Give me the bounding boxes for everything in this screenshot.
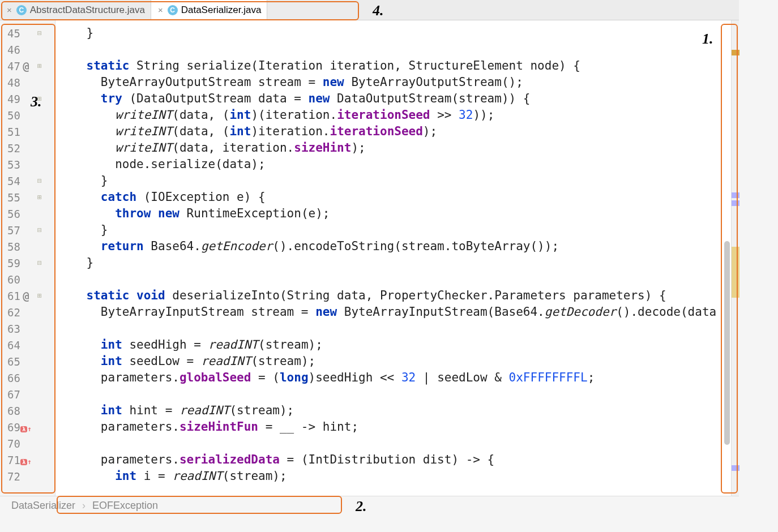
breadcrumb-bar: DataSerializer › EOFException [0, 496, 739, 515]
gutter-annotation-icon[interactable]: λ↑ [20, 454, 32, 466]
tab-label: DataSerializer.java [181, 5, 262, 16]
class-icon: C [168, 5, 178, 15]
error-stripe[interactable] [731, 20, 739, 496]
code-line[interactable]: parameters.sizeHintFun = __ -> hint; [58, 419, 731, 435]
line-number: 65 [3, 355, 20, 368]
code-line[interactable]: static String serialize(Iteration iterat… [58, 58, 731, 74]
code-line[interactable]: int hint = readINT(stream); [58, 402, 731, 419]
line-number: 71 [3, 454, 20, 466]
gutter-line[interactable]: 49⊞ [0, 91, 55, 107]
gutter-line[interactable]: 60 [0, 271, 55, 288]
breadcrumb-item[interactable]: EOFException [92, 500, 158, 512]
tab-label: AbstractDataStructure.java [30, 5, 145, 16]
gutter-annotation-icon[interactable]: λ↑ [20, 421, 32, 434]
code-line[interactable]: } [58, 173, 731, 189]
gutter-line[interactable]: 62 [0, 304, 55, 320]
close-icon[interactable]: × [157, 5, 164, 15]
error-stripe-mark[interactable] [732, 192, 739, 198]
fold-icon[interactable]: ⊞ [32, 193, 48, 201]
code-line[interactable]: try (DataOutputStream data = new DataOut… [58, 91, 731, 107]
gutter-line[interactable]: 57⊟ [0, 222, 55, 238]
fold-icon[interactable]: ⊟ [32, 29, 48, 37]
gutter-line[interactable]: 63 [0, 320, 55, 337]
gutter-line[interactable]: 55⊞ [0, 189, 55, 205]
gutter-line[interactable]: 67 [0, 386, 55, 402]
code-line[interactable]: int i = readINT(stream); [58, 468, 731, 484]
gutter-line[interactable]: 71λ↑ [0, 452, 55, 468]
line-number: 48 [3, 76, 20, 89]
line-number: 68 [3, 405, 20, 417]
gutter-line[interactable]: 59⊟ [0, 255, 55, 271]
gutter-line[interactable]: 64 [0, 337, 55, 353]
line-number: 45 [3, 27, 20, 40]
code-line[interactable]: int seedLow = readINT(stream); [58, 353, 731, 370]
tab-abstract-data-structure[interactable]: × C AbstractDataStructure.java [0, 0, 151, 20]
code-line[interactable]: writeINT(data, iteration.sizeHint); [58, 140, 731, 156]
gutter-line[interactable]: 61@⊞ [0, 288, 55, 304]
code-line[interactable] [58, 386, 731, 402]
breadcrumb-item[interactable]: DataSerializer [11, 500, 75, 512]
code-line[interactable]: writeINT(data, (int)iteration.iterationS… [58, 123, 731, 140]
fold-icon[interactable]: ⊞ [32, 62, 48, 70]
gutter-line[interactable]: 68 [0, 402, 55, 419]
callout-1-label: 1. [702, 31, 713, 48]
close-icon[interactable]: × [6, 5, 13, 15]
gutter-line[interactable]: 53 [0, 156, 55, 173]
gutter-line[interactable]: 65 [0, 353, 55, 370]
code-line[interactable] [58, 320, 731, 337]
gutter-annotation-icon[interactable]: @ [20, 290, 32, 302]
code-line[interactable]: writeINT(data, (int)(iteration.iteration… [58, 107, 731, 123]
code-line[interactable]: return Base64.getEncoder().encodeToStrin… [58, 238, 731, 255]
scrollbar-thumb[interactable] [724, 241, 730, 445]
callout-4-label: 4. [373, 2, 384, 19]
error-stripe-mark[interactable] [732, 200, 739, 206]
code-line[interactable] [58, 435, 731, 452]
code-line[interactable]: catch (IOException e) { [58, 189, 731, 205]
gutter-line[interactable]: 69λ↑ [0, 419, 55, 435]
error-stripe-mark[interactable] [732, 247, 739, 298]
tab-data-serializer[interactable]: × C DataSerializer.java [151, 0, 268, 20]
line-number: 56 [3, 208, 20, 220]
line-number: 46 [3, 44, 20, 56]
code-line[interactable]: ByteArrayInputStream stream = new ByteAr… [58, 304, 731, 320]
code-line[interactable] [58, 41, 731, 58]
fold-icon[interactable]: ⊟ [32, 226, 48, 234]
code-line[interactable]: parameters.serializedData = (IntDistribu… [58, 452, 731, 468]
line-number: 53 [3, 158, 20, 171]
gutter-line[interactable]: 52 [0, 140, 55, 156]
line-number: 49 [3, 93, 20, 105]
code-line[interactable]: ByteArrayOutputStream stream = new ByteA… [58, 74, 731, 91]
tab-bar: × C AbstractDataStructure.java × C DataS… [0, 0, 739, 20]
gutter-line[interactable]: 48 [0, 74, 55, 91]
gutter-line[interactable]: 54⊟ [0, 173, 55, 189]
gutter-line[interactable]: 58 [0, 238, 55, 255]
code-line[interactable]: throw new RuntimeException(e); [58, 205, 731, 222]
line-number: 61 [3, 290, 20, 302]
gutter[interactable]: 45⊟4647@⊞4849⊞5051525354⊟55⊞5657⊟5859⊟60… [0, 20, 55, 496]
line-number: 52 [3, 142, 20, 155]
fold-icon[interactable]: ⊟ [32, 177, 48, 185]
gutter-line[interactable]: 72 [0, 468, 55, 484]
error-stripe-mark[interactable] [732, 465, 739, 471]
code-line[interactable]: } [58, 25, 731, 41]
gutter-line[interactable]: 66 [0, 370, 55, 386]
code-line[interactable]: int seedHigh = readINT(stream); [58, 337, 731, 353]
gutter-line[interactable]: 70 [0, 435, 55, 452]
gutter-annotation-icon[interactable]: @ [20, 60, 32, 72]
gutter-line[interactable]: 50 [0, 107, 55, 123]
code-line[interactable] [58, 271, 731, 288]
code-line[interactable]: node.serialize(data); [58, 156, 731, 173]
code-line[interactable]: } [58, 222, 731, 238]
gutter-line[interactable]: 45⊟ [0, 25, 55, 41]
error-stripe-mark[interactable] [732, 50, 739, 55]
gutter-line[interactable]: 56 [0, 205, 55, 222]
code-line[interactable]: } [58, 255, 731, 271]
fold-icon[interactable]: ⊟ [32, 259, 48, 267]
code-line[interactable]: static void deserializeInto(String data,… [58, 288, 731, 304]
fold-icon[interactable]: ⊞ [32, 291, 48, 300]
code-line[interactable]: parameters.globalSeed = (long)seedHigh <… [58, 370, 731, 386]
code-area[interactable]: } static String serialize(Iteration iter… [55, 20, 731, 496]
gutter-line[interactable]: 46 [0, 41, 55, 58]
gutter-line[interactable]: 47@⊞ [0, 58, 55, 74]
gutter-line[interactable]: 51 [0, 123, 55, 140]
